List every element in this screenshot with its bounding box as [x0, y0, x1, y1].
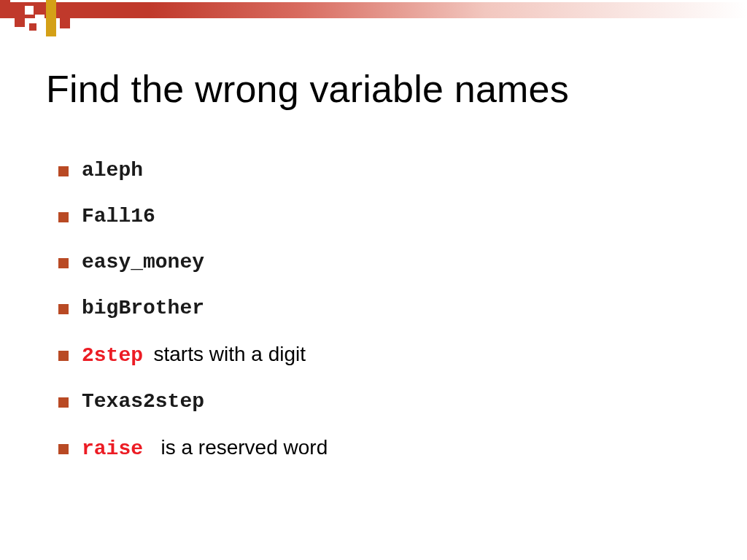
variable-name-invalid: 2step [82, 344, 143, 367]
list-item: raise is a reserved word [58, 436, 328, 460]
annotation: starts with a digit [153, 343, 306, 365]
variable-name: aleph [82, 159, 143, 182]
pixel-block-icon [15, 18, 25, 27]
pixel-block-icon [29, 23, 36, 31]
banner-gradient [0, 2, 747, 18]
pixel-block-icon [25, 6, 34, 15]
list-item: Fall16 [58, 205, 328, 228]
pixel-block-icon [46, 10, 56, 36]
bullet-icon [58, 397, 69, 408]
variable-name-invalid: raise [82, 438, 143, 460]
annotation: is a reserved word [160, 436, 328, 459]
slide: Find the wrong variable names aleph Fall… [0, 0, 747, 560]
slide-title: Find the wrong variable names [46, 67, 569, 111]
variable-name: easy_money [82, 251, 204, 273]
bullet-icon [58, 304, 69, 314]
pixel-block-icon [46, 0, 56, 10]
bullet-icon [58, 351, 69, 361]
bullet-icon [58, 258, 69, 268]
list-item: 2step starts with a digit [58, 343, 328, 367]
variable-name: Texas2step [82, 390, 204, 413]
variable-name: bigBrother [82, 297, 204, 319]
bullet-icon [58, 166, 69, 176]
list-item: easy_money [58, 251, 328, 273]
variable-name: Fall16 [82, 205, 155, 228]
bullet-icon [58, 212, 69, 222]
bullet-list: aleph Fall16 easy_money bigBrother 2step… [58, 159, 328, 483]
list-item: bigBrother [58, 297, 328, 319]
list-item: Texas2step [58, 390, 328, 413]
top-banner [0, 0, 747, 26]
list-item: aleph [58, 159, 328, 182]
bullet-icon [58, 444, 69, 454]
pixel-block-icon [60, 18, 70, 28]
pixel-block-icon [0, 0, 10, 2]
